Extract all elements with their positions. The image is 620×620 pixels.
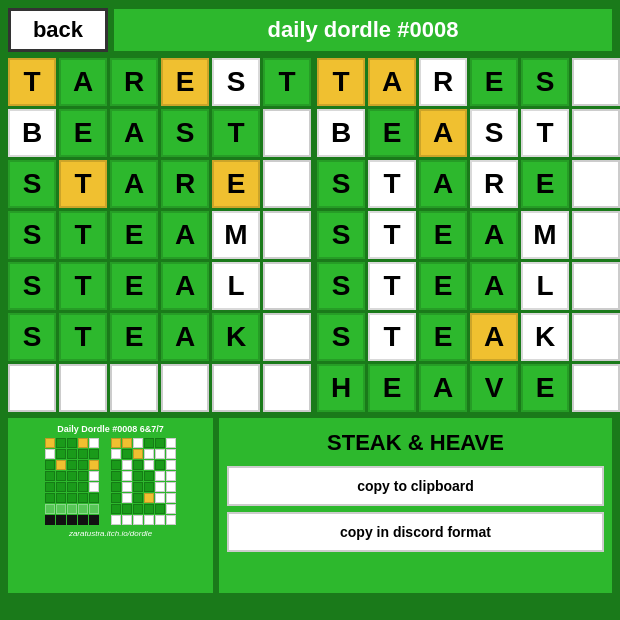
grid-cell: E xyxy=(419,313,467,361)
mini-cell xyxy=(67,493,77,503)
mini-cell xyxy=(111,460,121,470)
mini-cell xyxy=(166,460,176,470)
header: back daily dordle #0008 xyxy=(8,8,612,52)
grid-cell xyxy=(572,262,620,310)
grid-cell: E xyxy=(368,364,416,412)
copy-clipboard-button[interactable]: copy to clipboard xyxy=(227,466,604,506)
mini-cell xyxy=(111,504,121,514)
mini-cell xyxy=(56,504,66,514)
grid-cell: K xyxy=(521,313,569,361)
grid-cell: R xyxy=(470,160,518,208)
back-button[interactable]: back xyxy=(8,8,108,52)
copy-discord-button[interactable]: copy in discord format xyxy=(227,512,604,552)
mini-cell xyxy=(133,449,143,459)
mini-cell xyxy=(89,515,99,525)
grid-cell xyxy=(572,58,620,106)
grid-cell: E xyxy=(521,160,569,208)
grid-cell: H xyxy=(317,364,365,412)
grid-cell: K xyxy=(212,313,260,361)
mini-cell xyxy=(78,515,88,525)
results-panel: Daily Dordle #0008 6&7/7 zaratustra.itch… xyxy=(8,418,213,593)
grid-cell xyxy=(263,160,311,208)
grid-cell xyxy=(572,211,620,259)
mini-cell xyxy=(166,482,176,492)
mini-cell xyxy=(89,504,99,514)
mini-cell xyxy=(155,460,165,470)
grid-cell: A xyxy=(110,109,158,157)
grid-cell: T xyxy=(368,262,416,310)
grid-cell: S xyxy=(212,58,260,106)
grid-cell: A xyxy=(470,211,518,259)
mini-cell xyxy=(100,449,110,459)
mini-cell xyxy=(144,460,154,470)
grid-cell: A xyxy=(470,313,518,361)
grid-cell xyxy=(263,262,311,310)
mini-cell xyxy=(111,515,121,525)
grid-cell: S xyxy=(8,313,56,361)
mini-title: Daily Dordle #0008 6&7/7 xyxy=(57,424,164,434)
mini-cell xyxy=(67,460,77,470)
grid-cell: S xyxy=(317,160,365,208)
grid-cell xyxy=(212,364,260,412)
mini-cell xyxy=(56,471,66,481)
mini-cell xyxy=(144,449,154,459)
grid-cell: S xyxy=(8,160,56,208)
grid-cell: L xyxy=(212,262,260,310)
mini-cell xyxy=(45,471,55,481)
grid-cell: S xyxy=(8,211,56,259)
grid-cell: E xyxy=(419,211,467,259)
grid-cell: E xyxy=(161,58,209,106)
mini-cell xyxy=(45,515,55,525)
mini-cell xyxy=(78,493,88,503)
mini-cell xyxy=(56,449,66,459)
grid-cell: T xyxy=(317,58,365,106)
grid-cell: T xyxy=(368,313,416,361)
mini-cell xyxy=(166,471,176,481)
site-label: zaratustra.itch.io/dordle xyxy=(69,529,152,538)
grid-cell: S xyxy=(317,262,365,310)
grid-cell: S xyxy=(161,109,209,157)
grid-cell xyxy=(572,313,620,361)
mini-cell xyxy=(166,438,176,448)
grid-cell: R xyxy=(161,160,209,208)
grid-cell: E xyxy=(470,58,518,106)
mini-cell xyxy=(144,471,154,481)
mini-cell xyxy=(56,493,66,503)
mini-cell xyxy=(100,471,110,481)
grid-cell: S xyxy=(317,211,365,259)
mini-cell xyxy=(111,471,121,481)
mini-cell xyxy=(89,493,99,503)
mini-cell xyxy=(78,504,88,514)
grid-cell: B xyxy=(317,109,365,157)
grid-cell: R xyxy=(419,58,467,106)
mini-cell xyxy=(166,449,176,459)
mini-cell xyxy=(166,515,176,525)
grid-cell: M xyxy=(212,211,260,259)
mini-cell xyxy=(89,482,99,492)
mini-cell xyxy=(67,449,77,459)
mini-cell xyxy=(122,438,132,448)
mini-cell xyxy=(122,449,132,459)
mini-cell xyxy=(122,493,132,503)
mini-cell xyxy=(133,471,143,481)
mini-cell xyxy=(122,471,132,481)
mini-cell xyxy=(45,504,55,514)
mini-cell xyxy=(155,493,165,503)
mini-cell xyxy=(144,482,154,492)
grid-cell: A xyxy=(419,364,467,412)
grid-cell: A xyxy=(368,58,416,106)
mini-cell xyxy=(89,471,99,481)
mini-cell xyxy=(122,460,132,470)
grid-cell: S xyxy=(317,313,365,361)
grid-cell: A xyxy=(161,211,209,259)
grid-cell: V xyxy=(470,364,518,412)
grid-cell xyxy=(161,364,209,412)
mini-cell xyxy=(133,438,143,448)
grids-container: TARESTBEASTSTARESTEAMSTEALSTEAK TARESBEA… xyxy=(8,58,612,412)
mini-cell xyxy=(45,438,55,448)
mini-cell xyxy=(89,438,99,448)
grid-cell: A xyxy=(470,262,518,310)
mini-cell xyxy=(67,515,77,525)
mini-grid xyxy=(45,438,176,525)
right-panel: STEAK & HEAVE copy to clipboard copy in … xyxy=(219,418,612,593)
